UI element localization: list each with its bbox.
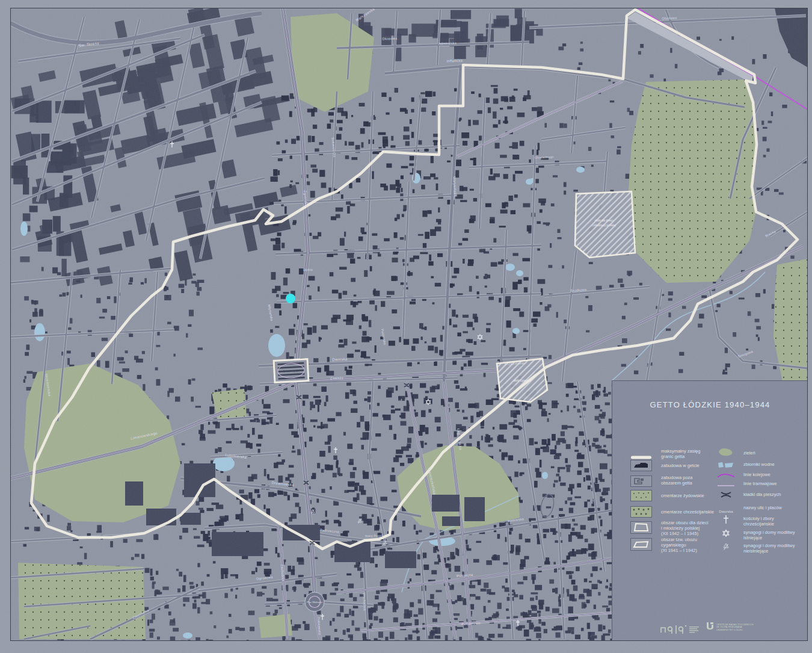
svg-text:obóz dla dzieci: obóz dla dzieci [595,219,613,222]
legend-label-bldg-out: zabudowa poza obszarem getta [661,475,693,486]
legend-swatch-syn-exist [716,528,736,540]
legend-swatch-cem-chr [630,506,652,518]
legend-label-syn-exist: synagogi i domy modlitwy istniejące [743,530,795,540]
legend-label-street-name: nazwy ulic i placów [743,505,782,510]
ghetto-map-page: Św. TeresyWarszawskaAdmiralskaOkopowaObo… [0,0,812,653]
legend-swatch-cem-jew [630,490,652,501]
svg-text:Admiralska: Admiralska [438,41,457,45]
legend-swatch-green [716,447,736,460]
svg-text:Dworska: Dworska [332,357,348,362]
legend-label-tram: linie tramwajowe [743,481,777,486]
svg-text:Dolna: Dolna [303,268,313,272]
svg-text:obóz cygański: obóz cygański [513,379,531,382]
legend-label-church: kościoły i zbory chrześcijańskie [743,516,774,527]
university-logo: CENTRUM BADAŃ ŻYDOWSKICH IM. FILIPA FRIE… [706,622,754,631]
svg-text:Plac Wolności: Plac Wolności [307,601,322,604]
legend-swatch-street-name: Dworska [716,504,736,515]
legend-label-syn-gone: synagogi i domy modlitwy nieistniejące [743,543,795,554]
legend-label-green: zieleń [743,450,755,456]
university-logo-mark [706,622,714,630]
legend-swatch-camp-children [630,521,652,534]
legend-label-water: zbiorniki wodne [743,462,775,467]
svg-text:Zawiszy: Zawiszy [330,376,343,380]
map-title: GETTO ŁÓDZKIE 1940–1944 [612,400,808,409]
legend-panel: GETTO ŁÓDZKIE 1940–1944 maksymalny zasię… [612,380,808,641]
legend-swatch-camp-gypsy [630,538,652,551]
svg-text:Okopowa: Okopowa [382,37,398,41]
org-logo-mark [659,622,701,641]
legend-label-camp-children: obszar obozu dla dzieci i młodzieży pols… [661,520,708,536]
legend-label-bldg-in: zabudowa w getcie [661,463,700,468]
legend-swatch-church [716,515,736,527]
publisher-logos: CENTRUM BADAŃ ŻYDOWSKICH IM. FILIPA FRIE… [612,621,808,641]
legend-swatch-syn-gone [716,542,736,554]
legend-swatch-water [716,460,736,471]
legend-label-cem-jew: cmentarze żydowskie [661,493,704,498]
legend-label-boundary: maksymalny zasięg granic getta [661,448,700,459]
svg-text:Bałucki Rynek: Bałucki Rynek [283,370,300,373]
svg-text:Stary Rynek: Stary Rynek [365,533,384,537]
legend-label-cem-chr: cmentarze chrześcijańskie [661,509,714,515]
svg-text:i młodzieży polskiej: i młodzieży polskiej [592,224,615,227]
location-marker [286,294,295,303]
legend-swatch-bldg-out [630,475,652,487]
legend-swatch-bldg-in [630,460,652,471]
university-logo-text: CENTRUM BADAŃ ŻYDOWSKICH IM. FILIPA FRIE… [716,622,754,631]
legend-label-camp-gypsy: obszar tzw. obozu cygańskiego (XI 1941 –… [661,537,697,553]
legend-label-bridge: kładki dla pieszych [743,492,781,497]
legend-label-rail: linie kolejowe [743,472,770,477]
legend-swatch-bridge [716,489,736,503]
